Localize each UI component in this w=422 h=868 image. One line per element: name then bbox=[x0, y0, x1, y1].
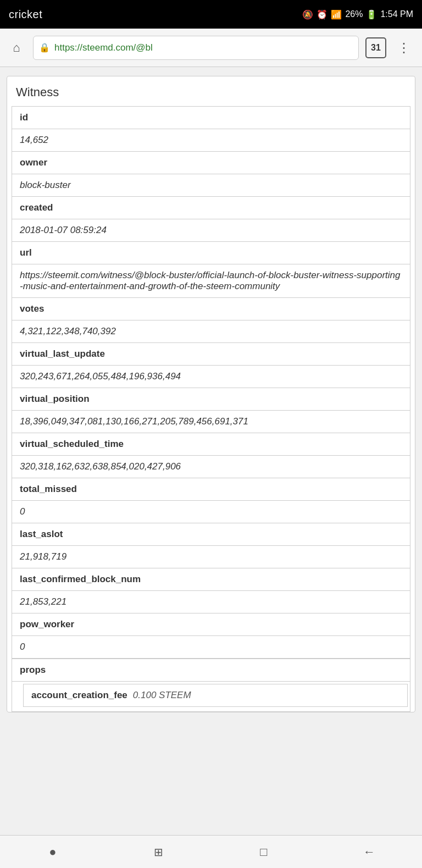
props-label: props bbox=[12, 659, 410, 682]
account-creation-fee-row: account_creation_fee 0.100 STEEM bbox=[24, 684, 407, 706]
field-label-virtual_position: virtual_position bbox=[12, 388, 410, 411]
field-value-owner: block-buster bbox=[12, 174, 410, 197]
field-value-pow_worker: 0 bbox=[12, 636, 410, 659]
carrier-name: cricket bbox=[9, 8, 42, 21]
field-label-owner: owner bbox=[12, 152, 410, 174]
field-label-url: url bbox=[12, 242, 410, 264]
field-value-votes: 4,321,122,348,740,392 bbox=[12, 320, 410, 343]
field-value-url: https://steemit.com/witness/@block-buste… bbox=[12, 264, 410, 298]
field-value-virtual_last_update: 320,243,671,264,055,484,196,936,494 bbox=[12, 366, 410, 388]
page-content: Witness id14,652ownerblock-bustercreated… bbox=[0, 67, 422, 835]
props-inner-table: account_creation_fee 0.100 STEEM bbox=[23, 684, 408, 707]
prop-key-account-creation-fee: account_creation_fee bbox=[31, 690, 127, 701]
clock-time: 1:54 PM bbox=[380, 9, 413, 19]
battery-icon: 🔋 bbox=[366, 9, 377, 20]
field-label-votes: votes bbox=[12, 298, 410, 320]
witness-data-table: id14,652ownerblock-bustercreated2018-01-… bbox=[12, 106, 410, 659]
field-value-total_missed: 0 bbox=[12, 501, 410, 523]
field-label-last_confirmed_block_num: last_confirmed_block_num bbox=[12, 568, 410, 591]
witness-card: Witness id14,652ownerblock-bustercreated… bbox=[7, 76, 415, 712]
field-label-id: id bbox=[12, 107, 410, 129]
field-label-virtual_scheduled_time: virtual_scheduled_time bbox=[12, 433, 410, 456]
field-value-last_aslot: 21,918,719 bbox=[12, 546, 410, 568]
alarm-icon: ⏰ bbox=[316, 9, 327, 20]
field-label-total_missed: total_missed bbox=[12, 478, 410, 501]
field-value-virtual_scheduled_time: 320,318,162,632,638,854,020,427,906 bbox=[12, 456, 410, 478]
bottom-nav: ● ⊞ □ ← bbox=[0, 835, 422, 868]
status-bar: cricket 🔕 ⏰ 📶 26% 🔋 1:54 PM bbox=[0, 0, 422, 29]
field-label-virtual_last_update: virtual_last_update bbox=[12, 343, 410, 366]
mute-icon: 🔕 bbox=[302, 9, 313, 20]
page-title: Witness bbox=[7, 76, 415, 106]
url-text: https://steemd.com/@bl bbox=[54, 42, 153, 53]
field-value-virtual_position: 18,396,049,347,081,130,166,271,205,789,4… bbox=[12, 411, 410, 433]
wifi-icon: 📶 bbox=[331, 9, 342, 20]
browser-menu-button[interactable]: ⋮ bbox=[393, 38, 415, 58]
home-button[interactable]: ⌂ bbox=[7, 38, 26, 58]
tab-count-button[interactable]: 31 bbox=[365, 37, 386, 58]
field-value-created: 2018-01-07 08:59:24 bbox=[12, 219, 410, 242]
field-label-pow_worker: pow_worker bbox=[12, 613, 410, 636]
address-bar[interactable]: 🔒 https://steemd.com/@bl bbox=[33, 36, 359, 60]
field-value-last_confirmed_block_num: 21,853,221 bbox=[12, 591, 410, 613]
field-label-last_aslot: last_aslot bbox=[12, 523, 410, 546]
nav-menu-button[interactable]: ⊞ bbox=[142, 841, 175, 863]
field-label-created: created bbox=[12, 197, 410, 219]
prop-val-account-creation-fee: 0.100 STEEM bbox=[133, 690, 191, 701]
battery-percent: 26% bbox=[345, 9, 363, 19]
field-value-id: 14,652 bbox=[12, 129, 410, 152]
nav-circle-button[interactable]: ● bbox=[36, 841, 69, 863]
nav-square-button[interactable]: □ bbox=[247, 841, 280, 863]
lock-icon: 🔒 bbox=[39, 42, 50, 53]
browser-chrome: ⌂ 🔒 https://steemd.com/@bl 31 ⋮ bbox=[0, 29, 422, 67]
status-icons: 🔕 ⏰ 📶 26% 🔋 1:54 PM bbox=[302, 9, 413, 20]
nav-back-button[interactable]: ← bbox=[353, 841, 386, 863]
